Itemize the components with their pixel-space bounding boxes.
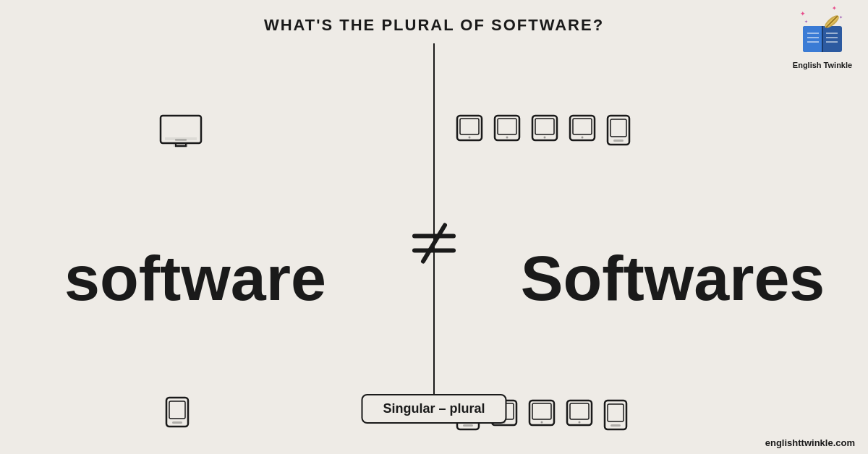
svg-rect-21 xyxy=(175,139,187,141)
svg-rect-44 xyxy=(463,424,473,427)
svg-text:✦: ✦ xyxy=(804,20,808,24)
monitor-icon-left xyxy=(159,114,203,157)
logo-container: ✦ ✦ ✦ ✦ English Twinkle xyxy=(783,3,862,69)
svg-line-27 xyxy=(423,226,445,262)
svg-rect-53 xyxy=(570,403,589,419)
svg-point-33 xyxy=(506,137,509,139)
svg-point-36 xyxy=(544,137,546,139)
svg-rect-5 xyxy=(803,26,822,52)
main-content: software Softwares xyxy=(0,35,868,454)
svg-rect-42 xyxy=(610,119,626,137)
svg-rect-50 xyxy=(532,403,551,419)
svg-point-39 xyxy=(582,137,584,139)
logo-image: ✦ ✦ ✦ ✦ xyxy=(794,3,851,59)
page-title: WHAT'S THE PLURAL OF SOFTWARE? xyxy=(0,0,868,35)
svg-rect-35 xyxy=(535,119,554,134)
word-softwares: Softwares xyxy=(521,247,825,310)
svg-point-30 xyxy=(469,137,471,139)
svg-rect-23 xyxy=(172,421,182,424)
svg-point-51 xyxy=(541,421,543,424)
svg-rect-32 xyxy=(498,119,516,134)
svg-rect-29 xyxy=(460,119,479,134)
logo-text: English Twinkle xyxy=(793,61,852,69)
not-equal-symbol xyxy=(409,222,459,273)
svg-text:✦: ✦ xyxy=(839,15,843,20)
singular-plural-label: Singular – plural xyxy=(361,394,506,424)
logo-icon: ✦ ✦ ✦ ✦ xyxy=(794,3,851,59)
svg-text:✦: ✦ xyxy=(800,10,806,17)
mobile-icon-left xyxy=(165,396,190,431)
svg-rect-41 xyxy=(613,140,624,142)
svg-point-54 xyxy=(579,421,581,424)
tablet-icons-top-right xyxy=(456,114,631,146)
svg-rect-24 xyxy=(169,401,185,419)
word-software: software xyxy=(64,247,326,310)
svg-text:✦: ✦ xyxy=(832,5,837,12)
svg-rect-57 xyxy=(608,404,624,421)
svg-rect-38 xyxy=(573,119,592,134)
svg-rect-56 xyxy=(610,424,621,427)
footer-url: englishttwinkle.com xyxy=(765,437,855,448)
